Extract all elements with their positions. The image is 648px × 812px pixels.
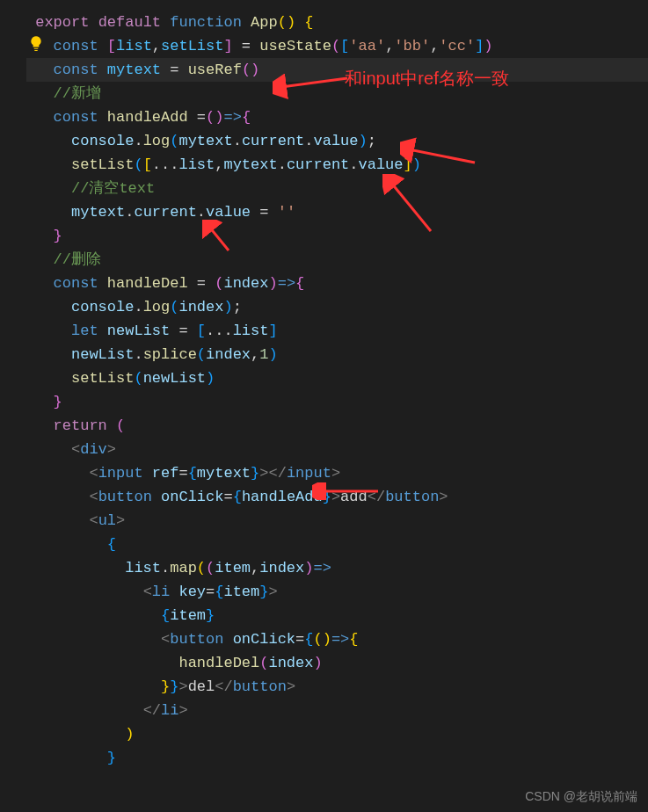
code-line: return ( (26, 414, 648, 438)
code-line: const handleAdd =()=>{ (26, 105, 648, 129)
code-line: } (26, 746, 648, 770)
code-line: const handleDel = (index)=>{ (26, 272, 648, 295)
code-line: ) (26, 722, 648, 746)
code-line: newList.splice(index,1) (26, 343, 648, 366)
lightbulb-icon[interactable] (28, 35, 44, 51)
code-line: handleDel(index) (26, 651, 648, 675)
code-line: } (26, 390, 648, 414)
code-line: <div> (26, 438, 648, 461)
code-line-active: const mytext = useRef() (26, 58, 648, 82)
code-line: console.log(index); (26, 295, 648, 319)
code-line: export default function App() { (26, 11, 648, 34)
code-line: <button onClick={()=>{ (26, 627, 648, 651)
code-line: //新增 (26, 82, 648, 105)
annotation-text: 和input中ref名称一致 (345, 67, 509, 91)
code-line: <button onClick={handleAdd}>add</button> (26, 485, 648, 509)
code-line: }}>del</button> (26, 675, 648, 699)
code-line: //清空text (26, 177, 648, 200)
code-line: mytext.current.value = '' (26, 200, 648, 224)
code-line: let newList = [...list] (26, 319, 648, 343)
code-editor[interactable]: export default function App() { const [l… (0, 0, 648, 780)
code-line: const [list,setList] = useState(['aa','b… (26, 34, 648, 58)
code-line: <ul> (26, 509, 648, 533)
code-line: list.map((item,index)=> (26, 556, 648, 580)
code-line: {item} (26, 604, 648, 627)
code-line: <li key={item}> (26, 580, 648, 604)
code-line: <input ref={mytext}></input> (26, 461, 648, 485)
code-line: { (26, 533, 648, 556)
code-line: //删除 (26, 248, 648, 272)
code-line: console.log(mytext.current.value); (26, 129, 648, 153)
watermark: CSDN @老胡说前端 (525, 789, 637, 805)
code-line: </li> (26, 699, 648, 722)
code-line: setList([...list,mytext.current.value]) (26, 153, 648, 177)
code-line: } (26, 224, 648, 248)
code-line: setList(newList) (26, 366, 648, 390)
